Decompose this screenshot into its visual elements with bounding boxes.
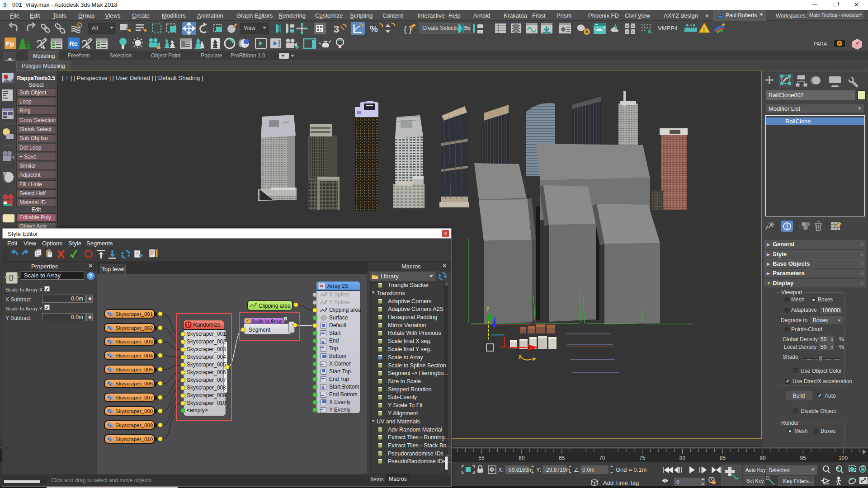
svg-text:95: 95	[800, 455, 807, 461]
svg-text:All: All	[92, 25, 98, 31]
svg-text:Auto Key: Auto Key	[745, 467, 766, 473]
svg-text:100: 100	[839, 455, 848, 461]
svg-text:Z:: Z:	[574, 466, 580, 473]
svg-text:60: 60	[519, 455, 525, 461]
svg-text:z: z	[496, 309, 499, 315]
svg-text:Rc: Rc	[69, 40, 78, 47]
svg-text:3: 3	[334, 23, 339, 35]
svg-text:Y:: Y:	[536, 466, 542, 473]
svg-text:Grid = 0.1m: Grid = 0.1m	[616, 466, 646, 473]
svg-text:Selected: Selected	[769, 467, 790, 474]
svg-text:-29.8719m: -29.8719m	[544, 467, 570, 473]
svg-text:-59.8163m: -59.8163m	[507, 467, 533, 473]
svg-text:%: %	[370, 24, 378, 34]
svg-text:VMPP4: VMPP4	[658, 25, 678, 32]
svg-text:75: 75	[639, 455, 646, 461]
svg-text:Add Time Tag: Add Time Tag	[603, 479, 639, 486]
svg-text:65: 65	[559, 455, 565, 461]
svg-text:y: y	[486, 305, 489, 311]
svg-text:0: 0	[676, 479, 679, 485]
svg-text:Key Filters...: Key Filters...	[783, 478, 813, 484]
svg-text:View: View	[244, 25, 255, 31]
svg-text:PARA: PARA	[814, 41, 827, 47]
svg-text:A: A	[647, 28, 652, 35]
svg-text:70: 70	[599, 455, 605, 461]
svg-text:55: 55	[478, 455, 485, 461]
svg-text:0.0m: 0.0m	[582, 467, 594, 473]
svg-text:X:: X:	[498, 466, 504, 473]
svg-text:[ + ] [ Perspective ] [ User D: [ + ] [ Perspective ] [ User Defined ] […	[62, 75, 203, 81]
svg-text:90: 90	[760, 455, 766, 461]
svg-text:85: 85	[720, 455, 726, 461]
svg-text:!: !	[703, 26, 705, 33]
svg-text:80: 80	[679, 455, 686, 461]
svg-text:Fp: Fp	[6, 40, 14, 47]
svg-text:Set Key: Set Key	[746, 478, 764, 483]
